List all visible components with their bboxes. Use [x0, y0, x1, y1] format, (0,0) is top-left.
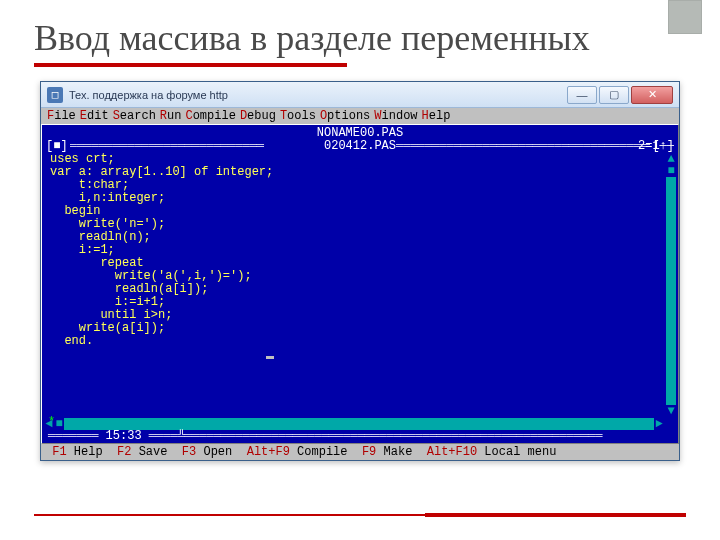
- fkey-f9[interactable]: F9 Make: [362, 445, 427, 459]
- fkey-alt+f9[interactable]: Alt+F9 Compile: [247, 445, 362, 459]
- active-file-name: 020412.PAS: [324, 140, 396, 153]
- menu-elp[interactable]: Help: [420, 109, 453, 123]
- modified-marker-icon: *: [48, 416, 55, 429]
- menu-earch[interactable]: Search: [111, 109, 158, 123]
- window-controls: ― ▢ ✕: [567, 86, 673, 104]
- scroll-down-icon[interactable]: ▼: [666, 405, 676, 417]
- fkey-alt+f10[interactable]: Alt+F10 Local menu: [427, 445, 557, 459]
- menu-ools[interactable]: Tools: [278, 109, 318, 123]
- menu-bar[interactable]: File Edit Search Run Compile Debug Tools…: [41, 108, 679, 124]
- menu-ptions[interactable]: Options: [318, 109, 372, 123]
- minimize-button[interactable]: ―: [567, 86, 597, 104]
- menu-ile[interactable]: File: [45, 109, 78, 123]
- close-button[interactable]: ✕: [631, 86, 673, 104]
- menu-ebug[interactable]: Debug: [238, 109, 278, 123]
- text-cursor: [266, 356, 274, 359]
- menu-indow[interactable]: Window: [372, 109, 419, 123]
- status-line: ═══════ 15:33 ════╩═════════════════════…: [44, 430, 676, 443]
- editor-frame: NONAME00.PAS [■] ═══════════════════════…: [44, 127, 676, 417]
- fkey-f3[interactable]: F3 Open: [182, 445, 247, 459]
- title-underline: [34, 63, 347, 67]
- app-window: □ Тех. поддержка на форуме http ― ▢ ✕ Fi…: [40, 81, 680, 461]
- accent-box: [668, 0, 702, 34]
- fkey-f1[interactable]: F1 Help: [52, 445, 117, 459]
- window-title: Тех. поддержка на форуме http: [69, 89, 567, 101]
- active-file-line: [■] ═══════════════════════════ 020412.P…: [44, 140, 676, 153]
- bottom-underline: [34, 514, 686, 516]
- maximize-button[interactable]: ▢: [599, 86, 629, 104]
- menu-ompile[interactable]: Compile: [183, 109, 237, 123]
- fkey-f2[interactable]: F2 Save: [117, 445, 182, 459]
- code-content[interactable]: uses crt; var a: array[1..10] of integer…: [44, 153, 676, 361]
- titlebar[interactable]: □ Тех. поддержка на форуме http ― ▢ ✕: [41, 82, 679, 108]
- app-icon: □: [47, 87, 63, 103]
- editor-area[interactable]: NONAME00.PAS [■] ═══════════════════════…: [41, 124, 679, 444]
- function-key-bar[interactable]: F1 Help F2 Save F3 Open Alt+F9 Compile F…: [41, 444, 679, 460]
- scroll-thumb[interactable]: ■: [666, 165, 676, 177]
- slide: Ввод массива в разделе переменных □ Тех.…: [0, 0, 720, 540]
- menu-un[interactable]: Run: [158, 109, 184, 123]
- menu-dit[interactable]: Edit: [78, 109, 111, 123]
- slide-title: Ввод массива в разделе переменных: [34, 18, 686, 59]
- vertical-scrollbar[interactable]: ▲ ■ ▼: [666, 153, 676, 417]
- scroll-right-icon[interactable]: ►: [654, 418, 664, 430]
- ide-container: File Edit Search Run Compile Debug Tools…: [41, 108, 679, 460]
